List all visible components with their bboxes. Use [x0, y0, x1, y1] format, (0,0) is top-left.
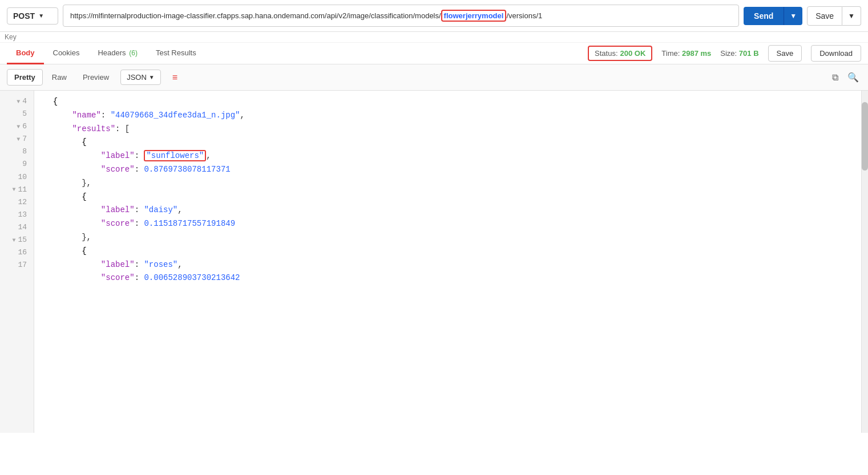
key-label: Key [5, 33, 17, 41]
line-numbers: ▼45▼6▼78910▼11121314▼151617 [0, 91, 34, 433]
json-number: 0.006528903730213642 [144, 273, 240, 282]
json-key: "score" [101, 165, 135, 174]
collapse-arrow-icon[interactable]: ▼ [17, 122, 20, 132]
line-number: 10 [0, 171, 34, 184]
collapse-arrow-icon[interactable]: ▼ [12, 185, 15, 194]
method-label: POST [13, 11, 35, 21]
send-group: Send ▼ [744, 7, 802, 25]
line-number: 12 [0, 196, 34, 209]
line-number: 9 [0, 158, 34, 170]
collapse-arrow-icon[interactable]: ▼ [17, 135, 20, 144]
time-value: 2987 ms [682, 49, 711, 58]
code-line: "score": 0.11518717557191849 [34, 217, 861, 231]
json-string: "sunflowers" [144, 150, 206, 161]
json-key: "name" [72, 111, 100, 120]
line-number: 17 [0, 259, 34, 271]
status-value: 200 OK [620, 49, 646, 58]
json-punct: }, [82, 233, 91, 242]
time-label: Time: 2987 ms [661, 49, 711, 58]
json-number: 0.8769738078117371 [144, 165, 230, 174]
line-number: 5 [0, 108, 34, 120]
send-arrow-button[interactable]: ▼ [784, 7, 802, 25]
code-line: "label": "sunflowers", [34, 149, 861, 163]
scrollbar[interactable] [861, 91, 868, 433]
search-icon[interactable]: 🔍 [845, 70, 861, 85]
save-arrow-button-top[interactable]: ▼ [842, 6, 861, 26]
json-string: "daisy" [144, 205, 177, 214]
json-punct: : [101, 111, 111, 120]
scrollbar-thumb[interactable] [862, 102, 868, 170]
url-model: flowerjerrymodel [441, 10, 507, 22]
code-line: "name": "44079668_34dfee3da1_n.jpg", [34, 109, 861, 123]
json-string: "44079668_34dfee3da1_n.jpg" [111, 111, 240, 120]
download-button[interactable]: Download [811, 45, 861, 62]
json-number: 0.11518717557191849 [144, 219, 235, 228]
copy-icon[interactable]: ⧉ [830, 70, 841, 85]
line-number: ▼15 [0, 234, 34, 246]
json-key: "label" [101, 205, 135, 214]
json-punct: , [177, 205, 182, 214]
json-punct: : [135, 260, 144, 269]
line-number: 13 [0, 209, 34, 221]
json-key: "results" [72, 124, 115, 133]
resp-tab-preview[interactable]: Preview [76, 70, 116, 85]
send-button[interactable]: Send [744, 7, 784, 25]
save-button-top[interactable]: Save [807, 6, 842, 26]
json-punct: : [135, 151, 144, 160]
code-line: "label": "daisy", [34, 204, 861, 217]
method-selector[interactable]: POST ▼ [7, 7, 58, 25]
json-punct: : [135, 273, 144, 282]
json-punct: : [135, 219, 144, 228]
code-line: "label": "roses", [34, 258, 861, 272]
json-punct: }, [82, 178, 91, 188]
resp-tab-raw[interactable]: Raw [45, 70, 74, 85]
tab-body[interactable]: Body [7, 43, 44, 64]
url-suffix: /versions/1 [506, 11, 542, 20]
line-number: ▼11 [0, 184, 34, 196]
headers-badge: (6) [129, 49, 138, 57]
size-label: Size: 701 B [720, 49, 758, 58]
save-button-resp[interactable]: Save [768, 45, 802, 62]
line-number: 16 [0, 246, 34, 259]
json-punct: , [240, 111, 245, 120]
code-line: { [34, 190, 861, 204]
line-number: 8 [0, 145, 34, 158]
save-group-top: Save ▼ [807, 6, 861, 26]
line-number: ▼4 [0, 95, 34, 108]
code-line: }, [34, 177, 861, 190]
code-line: }, [34, 231, 861, 245]
status-section: Status: 200 OK Time: 2987 ms Size: 701 B… [588, 45, 861, 62]
json-punct: : [135, 205, 144, 214]
toolbar-right: ⧉ 🔍 [830, 70, 861, 85]
url-bar[interactable]: https://mlfinternalproduction-image-clas… [63, 5, 739, 27]
resp-tab-pretty[interactable]: Pretty [7, 69, 43, 86]
json-string: "roses" [144, 260, 177, 269]
code-line: { [34, 245, 861, 258]
json-punct: : [135, 165, 144, 174]
format-selector[interactable]: JSON ▼ [120, 70, 161, 85]
code-line: { [34, 95, 861, 109]
wrap-icon[interactable]: ≡ [168, 70, 182, 86]
tab-test-results[interactable]: Test Results [147, 43, 205, 64]
tabs-row: Body Cookies Headers (6) Test Results St… [0, 43, 868, 64]
json-key: "score" [101, 273, 135, 282]
status-label: Status: [595, 49, 617, 58]
collapse-arrow-icon[interactable]: ▼ [17, 97, 20, 107]
json-punct: , [177, 260, 182, 269]
collapse-arrow-icon[interactable]: ▼ [12, 236, 15, 245]
size-value: 701 B [739, 49, 759, 58]
code-content: { "name": "44079668_34dfee3da1_n.jpg", "… [34, 91, 861, 433]
code-line: { [34, 136, 861, 149]
chevron-down-icon: ▼ [38, 13, 44, 19]
line-number: ▼6 [0, 120, 34, 133]
json-key: "label" [101, 151, 135, 160]
status-box: Status: 200 OK [588, 46, 652, 61]
line-number: 14 [0, 221, 34, 234]
line-number: ▼7 [0, 133, 34, 145]
code-line: "score": 0.006528903730213642 [34, 271, 861, 285]
code-area: ▼45▼6▼78910▼11121314▼151617 { "name": "4… [0, 91, 868, 433]
tab-headers[interactable]: Headers (6) [88, 43, 146, 64]
json-key: "score" [101, 219, 135, 228]
tab-cookies[interactable]: Cookies [44, 43, 89, 64]
code-line: "score": 0.8769738078117371 [34, 163, 861, 177]
